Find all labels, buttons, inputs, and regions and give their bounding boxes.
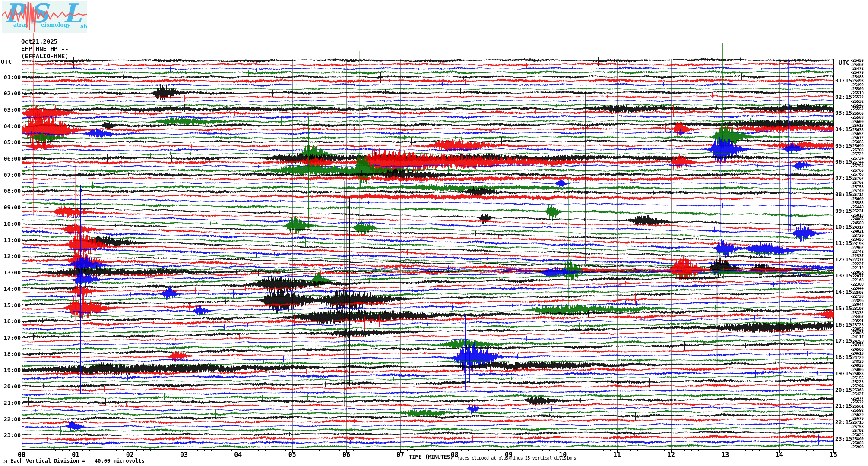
row-offset-value: -25583 — [850, 116, 864, 120]
right-hour-label: 09:15 — [835, 208, 852, 213]
right-hour-label: 22:15 — [835, 420, 852, 425]
row-offset-value: -25860 — [850, 437, 864, 441]
row-offset-value: -25722 — [850, 152, 864, 156]
left-hour-label: 10:00 — [1, 221, 21, 226]
left-hour-label: 17:00 — [1, 335, 21, 340]
left-hour-label: 21:00 — [1, 400, 21, 405]
minute-tick-label: 13 — [716, 451, 735, 459]
row-offset-value: -25768 — [850, 173, 864, 176]
left-hour-label: 04:00 — [1, 124, 21, 129]
time-axis-title: TIME (MINUTES) — [409, 453, 453, 460]
right-hour-label: 23:15 — [835, 436, 852, 441]
right-hour-label: 18:15 — [835, 355, 852, 359]
right-hour-label: 06:15 — [835, 159, 852, 164]
row-offset-value: -24021 — [850, 230, 864, 233]
left-hour-label: 08:00 — [1, 189, 21, 193]
row-offset-value: -25522 — [850, 95, 864, 99]
right-hour-label: 12:15 — [835, 257, 852, 262]
row-offset-value: -24613 — [850, 352, 864, 356]
row-offset-value: -25085 — [850, 372, 864, 376]
left-hour-label: 09:00 — [1, 205, 21, 210]
header-date: Oct21,2025 — [21, 38, 57, 45]
left-hour-label: 01:00 — [1, 75, 21, 79]
right-hour-label: 20:15 — [835, 387, 852, 392]
utc-label-right: UTC — [839, 59, 849, 66]
right-hour-label: 01:15 — [835, 78, 852, 83]
left-hour-label: 20:00 — [1, 384, 21, 389]
scale-note: Each Vertical Division = 40.00 microvolt… — [10, 458, 145, 464]
left-hour-label: 06:00 — [1, 156, 21, 161]
row-offset-value: -25231 — [850, 209, 864, 213]
minute-tick-label: 11 — [608, 451, 627, 459]
right-hour-label: 17:15 — [835, 338, 852, 343]
right-hour-label: 05:15 — [835, 143, 852, 148]
row-offset-value: -25223 — [850, 380, 864, 384]
left-hour-label: 14:00 — [1, 287, 21, 291]
left-hour-label: 03:00 — [1, 107, 21, 112]
left-hour-label: 23:00 — [1, 433, 21, 438]
webicorder-page: P S L atras eismology ab Oct21,2025 EFP … — [0, 0, 868, 466]
minute-tick-label: 03 — [174, 451, 193, 459]
row-offset-value: -25552 — [850, 107, 864, 111]
right-hour-label: 16:15 — [835, 322, 852, 327]
watermark: M — [3, 459, 7, 463]
clip-note: Traces clipped at plus/minus 25 vertical… — [455, 456, 576, 460]
left-hour-label: 22:00 — [1, 417, 21, 422]
row-offset-value: -23467 — [850, 315, 864, 319]
row-offset-value: -25908 — [850, 445, 864, 449]
right-hour-label: 03:15 — [835, 110, 852, 115]
left-hour-label: 02:00 — [1, 91, 21, 96]
row-offset-value: -25522 — [850, 400, 864, 404]
row-offset-value: -25493 — [850, 79, 864, 83]
left-hour-label: 11:00 — [1, 238, 21, 242]
row-offset-value: -25613 — [850, 124, 864, 128]
row-offset-value: -24378 — [850, 343, 864, 347]
right-hour-label: 21:15 — [835, 403, 852, 408]
minute-tick-label: 07 — [391, 451, 410, 459]
left-hour-label: 12:00 — [1, 254, 21, 258]
minute-tick-label: 06 — [337, 451, 356, 459]
minute-tick-label: 04 — [228, 451, 247, 459]
right-hour-label: 13:15 — [835, 273, 852, 278]
row-offset-value: -25506 — [850, 87, 864, 91]
right-hour-label: 02:15 — [835, 94, 852, 99]
row-offset-value: -25792 — [850, 429, 864, 433]
row-offset-value: -25672 — [850, 136, 864, 140]
row-offset-value: -25459 — [850, 59, 864, 63]
row-offset-value: -22112 — [850, 266, 864, 270]
seismogram-canvas — [0, 0, 868, 466]
utc-label-left: UTC — [1, 58, 12, 65]
right-hour-label: 14:15 — [835, 290, 852, 294]
minute-tick-label: 05 — [283, 451, 302, 459]
row-offset-value: -22377 — [850, 258, 864, 262]
left-hour-label: 16:00 — [1, 319, 21, 324]
psl-logo: P S L atras eismology ab — [2, 1, 87, 33]
right-hour-label: 08:15 — [835, 192, 852, 197]
row-offset-value: -25585 — [850, 201, 864, 205]
left-hour-label: 07:00 — [1, 173, 21, 177]
left-hour-label: 13:00 — [1, 270, 21, 275]
left-hour-label: 18:00 — [1, 352, 21, 356]
row-offset-value: -23456 — [850, 238, 864, 242]
minute-tick-label: 14 — [770, 451, 789, 459]
right-hour-label: 10:15 — [835, 224, 852, 229]
row-offset-value: -25765 — [850, 181, 864, 185]
row-offset-value: -23723 — [850, 323, 864, 327]
minute-tick-label: 15 — [824, 451, 843, 459]
row-offset-value: -22444 — [850, 287, 864, 290]
minute-tick-label: 12 — [662, 451, 681, 459]
row-offset-value: -25592 — [850, 409, 864, 412]
right-hour-label: 07:15 — [835, 176, 852, 180]
row-offset-value: -25699 — [850, 144, 864, 148]
header-channel: (EFPALIO-HNE) — [21, 53, 69, 60]
right-hour-label: 11:15 — [835, 241, 852, 246]
left-hour-label: 05:00 — [1, 140, 21, 145]
right-hour-label: 15:15 — [835, 306, 852, 311]
right-hour-label: 19:15 — [835, 371, 852, 376]
seismo-squiggle-icon — [2, 1, 87, 33]
right-hour-label: 04:15 — [835, 127, 852, 132]
left-hour-label: 15:00 — [1, 303, 21, 308]
row-offset-value: -22738 — [850, 295, 864, 299]
left-hour-label: 19:00 — [1, 368, 21, 372]
header-station: EFP HNE HP -- — [21, 45, 69, 53]
